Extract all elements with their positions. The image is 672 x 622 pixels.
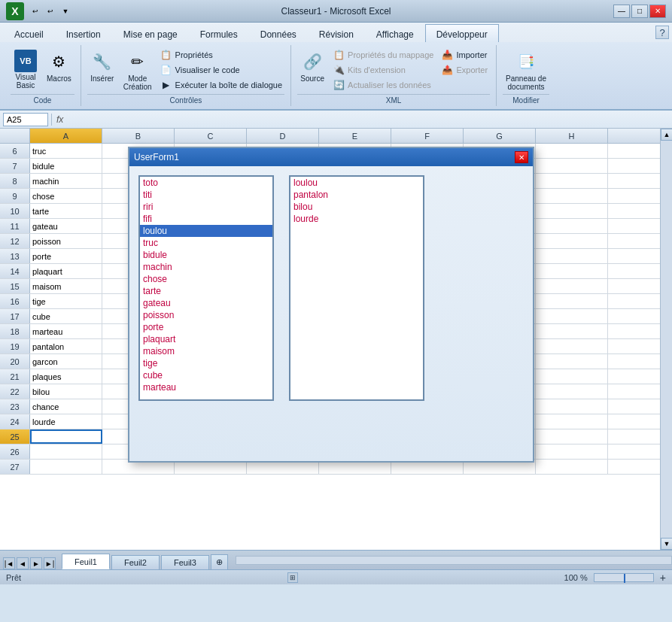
- cell-H19[interactable]: [536, 339, 608, 353]
- list-item[interactable]: truc: [140, 237, 272, 249]
- close-button[interactable]: ✕: [649, 5, 666, 18]
- list-item[interactable]: gateau: [140, 297, 272, 309]
- list-item[interactable]: chose: [140, 273, 272, 285]
- cell-H6[interactable]: [536, 144, 608, 158]
- tab-accueil[interactable]: Accueil: [3, 26, 55, 42]
- tab-formules[interactable]: Formules: [189, 26, 249, 42]
- sheet-nav-next[interactable]: ►: [30, 557, 42, 569]
- userform-dialog[interactable]: UserForm1 ✕ tototitirirififilouloutrucbi…: [128, 147, 534, 463]
- cell-H26[interactable]: [536, 445, 608, 459]
- cell-A11[interactable]: gateau: [30, 219, 102, 233]
- cell-H23[interactable]: [536, 399, 608, 414]
- cell-H17[interactable]: [536, 309, 608, 323]
- quickaccess-dropdown[interactable]: ▼: [59, 5, 72, 18]
- help-button[interactable]: ?: [655, 26, 669, 39]
- cell-A9[interactable]: chose: [30, 189, 102, 203]
- cell-reference-box[interactable]: A25: [3, 113, 48, 126]
- visualiser-code-button[interactable]: 📄 Visualiser le code: [158, 63, 285, 77]
- proprietes-button[interactable]: 📋 Propriétés: [158, 48, 285, 62]
- cell-A10[interactable]: tarte: [30, 204, 102, 218]
- cell-A25[interactable]: [30, 429, 102, 444]
- cell-H9[interactable]: [536, 189, 608, 203]
- cell-H27[interactable]: [536, 460, 608, 474]
- cell-H24[interactable]: [536, 414, 608, 429]
- undo-button[interactable]: ↩: [29, 5, 42, 18]
- cell-H12[interactable]: [536, 234, 608, 248]
- cell-A20[interactable]: garcon: [30, 354, 102, 369]
- vertical-scrollbar[interactable]: ▲ ▼: [660, 129, 672, 550]
- cell-A8[interactable]: machin: [30, 174, 102, 188]
- inserer-button[interactable]: 🔧 Insérer: [87, 48, 117, 84]
- tab-developpeur[interactable]: Développeur: [425, 24, 499, 42]
- list-item[interactable]: porte: [140, 321, 272, 333]
- importer-button[interactable]: 📥 Importer: [439, 48, 490, 62]
- cell-H11[interactable]: [536, 219, 608, 233]
- cell-A12[interactable]: poisson: [30, 234, 102, 248]
- zoom-slider[interactable]: [594, 573, 654, 582]
- cell-H16[interactable]: [536, 294, 608, 308]
- scroll-up-button[interactable]: ▲: [661, 129, 672, 141]
- tab-insertion[interactable]: Insertion: [55, 26, 112, 42]
- col-header-A[interactable]: A: [30, 129, 102, 143]
- visual-basic-button[interactable]: VB VisualBasic: [11, 48, 41, 91]
- sheet-nav-last[interactable]: ►|: [44, 557, 56, 569]
- page-layout-icon[interactable]: ⊞: [287, 572, 298, 583]
- col-header-F[interactable]: F: [391, 129, 464, 143]
- list-item[interactable]: poisson: [140, 309, 272, 321]
- cell-A23[interactable]: chance: [30, 399, 102, 414]
- cell-A16[interactable]: tige: [30, 294, 102, 308]
- list-item[interactable]: bilou: [290, 201, 423, 213]
- sheet-tab-feuil3[interactable]: Feuil3: [161, 555, 209, 569]
- list-item[interactable]: riri: [140, 201, 272, 213]
- cell-A19[interactable]: pantalon: [30, 339, 102, 353]
- cell-A24[interactable]: lourde: [30, 414, 102, 429]
- list-item[interactable]: cube: [140, 369, 272, 381]
- cell-H14[interactable]: [536, 264, 608, 278]
- cell-A18[interactable]: marteau: [30, 324, 102, 338]
- list-item[interactable]: loulou: [290, 177, 423, 189]
- cell-A6[interactable]: truc: [30, 144, 102, 158]
- cell-H18[interactable]: [536, 324, 608, 338]
- col-header-E[interactable]: E: [319, 129, 391, 143]
- listbox2[interactable]: louloupantalonbiloulourde: [289, 175, 424, 401]
- exporter-button[interactable]: 📤 Exporter: [439, 63, 490, 77]
- cell-H13[interactable]: [536, 249, 608, 263]
- list-item[interactable]: bidule: [140, 249, 272, 261]
- cell-A22[interactable]: bilou: [30, 384, 102, 399]
- list-item[interactable]: tarte: [140, 285, 272, 297]
- cell-A7[interactable]: bidule: [30, 159, 102, 173]
- cell-A21[interactable]: plaques: [30, 369, 102, 384]
- list-item[interactable]: fifi: [140, 213, 272, 225]
- tab-revision[interactable]: Révision: [308, 26, 365, 42]
- list-item[interactable]: plaquart: [140, 333, 272, 345]
- cell-H10[interactable]: [536, 204, 608, 218]
- source-button[interactable]: 🔗 Source: [297, 48, 327, 84]
- minimize-button[interactable]: —: [613, 5, 630, 18]
- tab-mise-en-page[interactable]: Mise en page: [112, 26, 189, 42]
- cell-H20[interactable]: [536, 354, 608, 369]
- cell-A13[interactable]: porte: [30, 249, 102, 263]
- list-item[interactable]: lourde: [290, 213, 423, 225]
- sheet-tab-add[interactable]: ⊕: [211, 554, 228, 569]
- sheet-nav-first[interactable]: |◄: [3, 557, 15, 569]
- list-item[interactable]: titi: [140, 189, 272, 201]
- list-item[interactable]: loulou: [140, 225, 272, 237]
- scroll-down-button[interactable]: ▼: [661, 538, 672, 550]
- listbox1[interactable]: tototitirirififilouloutrucbidulemachinch…: [138, 175, 274, 401]
- cell-A27[interactable]: [30, 460, 102, 474]
- macros-button[interactable]: ⚙ Macros: [44, 48, 74, 84]
- list-item[interactable]: pantalon: [290, 189, 423, 201]
- cell-H8[interactable]: [536, 174, 608, 188]
- col-header-G[interactable]: G: [464, 129, 536, 143]
- dialog-title-bar[interactable]: UserForm1 ✕: [129, 148, 533, 166]
- col-header-H[interactable]: H: [536, 129, 608, 143]
- formula-input[interactable]: [68, 113, 669, 126]
- list-item[interactable]: machin: [140, 261, 272, 273]
- maximize-button[interactable]: □: [631, 5, 648, 18]
- cell-H25[interactable]: [536, 429, 608, 444]
- sheet-nav-prev[interactable]: ◄: [17, 557, 29, 569]
- cell-H21[interactable]: [536, 369, 608, 384]
- col-header-C[interactable]: C: [175, 129, 247, 143]
- cell-A17[interactable]: cube: [30, 309, 102, 323]
- cell-A14[interactable]: plaquart: [30, 264, 102, 278]
